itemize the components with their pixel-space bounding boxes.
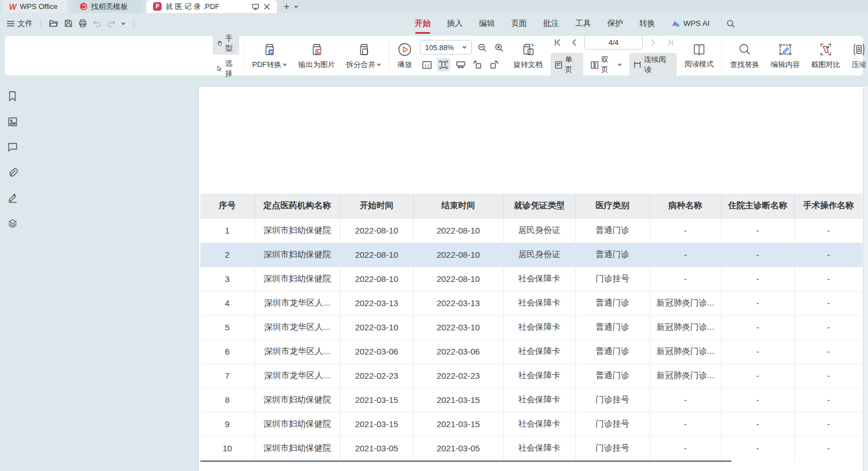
- table-cell: 10: [200, 436, 254, 460]
- hand-tool-button[interactable]: 手型: [213, 32, 239, 55]
- table-cell: 深圳市龙华区人...: [254, 364, 340, 388]
- new-tab-button[interactable]: +: [284, 1, 289, 12]
- menu-item-protect[interactable]: 保护: [607, 19, 623, 29]
- bookmark-panel-button[interactable]: [5, 89, 20, 104]
- rotate-left-button[interactable]: [471, 58, 484, 71]
- menu-item-edit[interactable]: 编辑: [479, 19, 495, 29]
- table-cell: -: [794, 243, 862, 267]
- edit-content-button[interactable]: 编辑内容: [767, 40, 803, 72]
- table-cell: 3: [200, 267, 254, 291]
- zoom-in-button[interactable]: [492, 41, 505, 54]
- menu-item-insert[interactable]: 插入: [447, 19, 463, 29]
- actual-size-button[interactable]: 1:1: [420, 58, 433, 71]
- table-bottom-scrollbar[interactable]: [200, 460, 731, 462]
- tab-label: WPS Office: [20, 2, 57, 11]
- wps-ai-button[interactable]: WPS AI: [672, 19, 710, 28]
- open-file-icon[interactable]: [49, 19, 59, 28]
- menu-bar: 文件 开始 插入 编辑 页面 批注 工具 保护 转换 WPS AI: [0, 13, 868, 34]
- menu-item-page[interactable]: 页面: [511, 19, 527, 29]
- rotate-document-icon: [521, 42, 535, 57]
- table-cell: 居民身份证: [503, 218, 575, 243]
- table-cell: -: [721, 218, 794, 243]
- fit-page-button[interactable]: [437, 58, 450, 71]
- side-panel: [0, 83, 25, 230]
- menu-item-convert[interactable]: 转换: [639, 19, 655, 29]
- prev-page-icon: [571, 39, 577, 46]
- records-header-row: 序号定点医药机构名称开始时间结束时间就诊凭证类型医疗类别病种名称住院主诊断名称手…: [200, 194, 862, 218]
- export-image-icon: [310, 42, 324, 57]
- print-icon[interactable]: [78, 19, 87, 28]
- first-page-button[interactable]: [551, 35, 564, 49]
- table-cell: 2021-03-15: [340, 412, 413, 436]
- fit-width-button[interactable]: [454, 58, 467, 71]
- single-page-icon: [554, 61, 563, 69]
- table-cell: 深圳市妇幼保健院: [254, 267, 340, 291]
- layers-icon: [7, 218, 18, 228]
- comment-panel-button[interactable]: [5, 140, 20, 154]
- table-cell: 新冠肺炎门诊...: [650, 291, 721, 315]
- menu-items: 开始 插入 编辑 页面 批注 工具 保护 转换 WPS AI: [415, 19, 735, 29]
- table-cell: 2022-08-10: [340, 267, 413, 291]
- table-cell: 2021-03-05: [340, 436, 413, 460]
- table-cell: -: [794, 267, 862, 291]
- thumbnail-panel-button[interactable]: [5, 114, 20, 129]
- find-replace-button[interactable]: 查找替换: [727, 40, 763, 72]
- table-cell: -: [721, 315, 794, 339]
- docer-icon: [80, 3, 87, 10]
- table-cell: 8: [200, 388, 254, 412]
- zoom-in-icon: [494, 43, 504, 52]
- last-page-button[interactable]: [663, 35, 677, 49]
- continuous-read-toggle[interactable]: 连续阅读: [629, 53, 677, 77]
- page-number-input[interactable]: 4/4: [584, 35, 643, 50]
- monitor-icon[interactable]: [252, 3, 259, 11]
- select-tool-button[interactable]: 选择: [213, 57, 239, 80]
- continuous-read-icon: [633, 61, 642, 69]
- rotate-right-button[interactable]: [487, 58, 501, 71]
- tab-document-pdf[interactable]: P 就 医 记 录 .PDF: [146, 0, 277, 13]
- table-cell: 新冠肺炎门诊...: [650, 315, 721, 339]
- split-merge-button[interactable]: 拆分合并: [343, 40, 384, 72]
- single-page-toggle[interactable]: 单页: [551, 53, 583, 77]
- redo-icon[interactable]: [107, 20, 115, 27]
- undo-icon[interactable]: [93, 20, 101, 27]
- screenshot-compare-button[interactable]: 截图对比: [808, 40, 844, 72]
- rotate-document-button[interactable]: 旋转文档: [510, 40, 546, 72]
- tab-list-chevron-icon[interactable]: [294, 5, 298, 9]
- window-tab-bar: W WPS Office 找稻壳模板 P 就 医 记 录 .PDF +: [0, 0, 868, 13]
- prev-page-button[interactable]: [567, 35, 581, 49]
- play-button[interactable]: 播放: [394, 40, 415, 72]
- signature-panel-button[interactable]: [5, 190, 20, 205]
- table-cell: -: [721, 436, 794, 460]
- export-image-button[interactable]: 输出为图片: [295, 40, 338, 72]
- quick-access-chevron-icon[interactable]: [121, 21, 126, 26]
- save-icon[interactable]: [64, 19, 73, 28]
- menu-item-home[interactable]: 开始: [415, 19, 431, 29]
- menu-item-tools[interactable]: 工具: [575, 19, 591, 29]
- layers-panel-button[interactable]: [5, 216, 20, 230]
- compress-button[interactable]: 压缩: [848, 40, 868, 72]
- zoom-out-button[interactable]: [475, 41, 489, 54]
- table-cell: -: [794, 218, 862, 243]
- tab-wps-office[interactable]: W WPS Office: [2, 0, 68, 13]
- column-header: 开始时间: [340, 194, 413, 218]
- pdf-convert-button[interactable]: W PDF转换: [249, 40, 290, 72]
- next-page-button[interactable]: [646, 35, 660, 49]
- fit-width-icon: [456, 61, 466, 69]
- tab-docer-templates[interactable]: 找稻壳模板: [73, 0, 142, 13]
- divider: [244, 42, 244, 70]
- search-icon[interactable]: [726, 19, 735, 28]
- attachment-panel-button[interactable]: [5, 165, 20, 180]
- table-cell: 普通门诊: [575, 339, 650, 364]
- table-cell: 2021-03-05: [413, 436, 503, 460]
- double-page-toggle[interactable]: 双页: [587, 53, 626, 77]
- read-mode-button[interactable]: 阅读模式: [681, 41, 717, 71]
- close-icon[interactable]: [263, 3, 270, 10]
- zoom-level-select[interactable]: 105.88%: [420, 40, 472, 55]
- vertical-scrollbar[interactable]: [863, 86, 868, 471]
- menu-item-comment[interactable]: 批注: [543, 19, 559, 29]
- table-row: 7深圳市龙华区人...2022-02-232022-02-23社会保障卡普通门诊…: [200, 364, 862, 388]
- wps-logo-icon: W: [9, 2, 16, 11]
- table-cell: 1: [200, 218, 254, 243]
- file-menu-button[interactable]: 文件: [7, 19, 33, 29]
- paperclip-icon: [7, 167, 18, 178]
